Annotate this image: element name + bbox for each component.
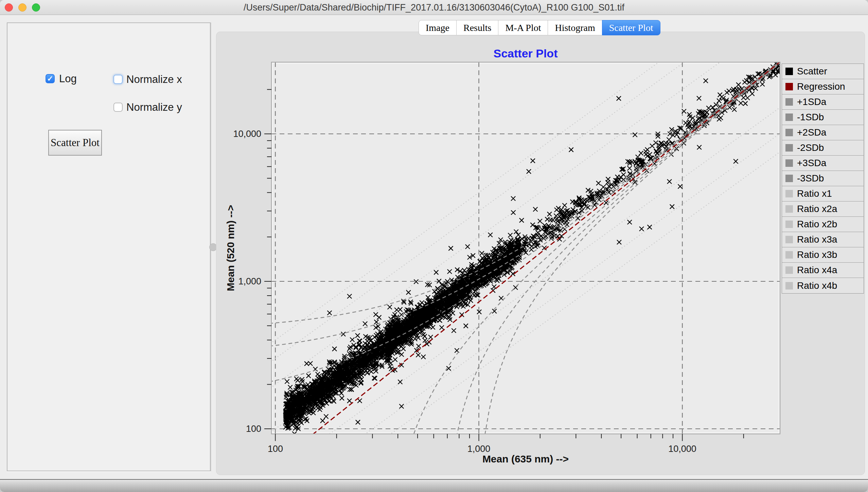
legend-swatch-icon	[785, 144, 793, 152]
plot-panel: Scatter Plot1001,00010,0001001,00010,000…	[216, 32, 865, 475]
legend-swatch-icon	[785, 205, 793, 213]
legend-item-ratio-x2b[interactable]: Ratio x2b	[782, 217, 864, 232]
scatter-plot-chart: Scatter Plot1001,00010,0001001,00010,000…	[216, 32, 865, 475]
legend-swatch-icon	[785, 113, 793, 121]
y-axis-tick-label: 10,000	[233, 129, 261, 139]
legend-item-label: Ratio x3a	[797, 234, 837, 245]
tab-histogram[interactable]: Histogram	[548, 20, 602, 35]
close-window-icon[interactable]	[5, 3, 13, 12]
minimize-window-icon[interactable]	[18, 3, 26, 12]
app-window: /Users/Super/Data/Shared/Biochip/TIFF_20…	[0, 0, 868, 492]
legend-item--2sda[interactable]: +2SDa	[782, 125, 864, 140]
x-axis-tick-label: 10,000	[668, 444, 696, 454]
zoom-window-icon[interactable]	[32, 3, 40, 12]
legend-item-label: +2SDa	[797, 127, 826, 138]
legend-swatch-icon	[785, 68, 793, 75]
normalize-y-checkbox[interactable]: ✓	[113, 103, 123, 112]
legend-item--3sdb[interactable]: -3SDb	[782, 171, 864, 186]
legend-item-label: -1SDb	[797, 112, 824, 123]
normalize-x-checkbox[interactable]: ✓	[113, 75, 123, 84]
checkmark-icon: ✓	[46, 74, 54, 83]
x-axis-title: Mean (635 nm) -->	[482, 453, 569, 464]
legend-swatch-icon	[785, 236, 793, 243]
legend-item-label: Ratio x2b	[797, 219, 837, 230]
legend-swatch-icon	[785, 266, 793, 274]
legend-item-ratio-x1[interactable]: Ratio x1	[782, 186, 864, 201]
legend-item-label: Ratio x4b	[797, 280, 837, 291]
log-checkbox[interactable]: ✓	[46, 74, 55, 83]
y-axis-tick-label: 100	[246, 424, 261, 434]
chart-title: Scatter Plot	[494, 47, 558, 60]
x-axis-tick-label: 100	[268, 444, 283, 454]
normalize-y-checkbox-label: Normalize y	[126, 101, 182, 113]
legend-item-label: Regression	[797, 81, 845, 92]
legend-item-label: Ratio x1	[797, 188, 832, 199]
legend-swatch-icon	[785, 251, 793, 259]
legend-item-label: Ratio x2a	[797, 204, 837, 214]
legend-item-label: Ratio x3b	[797, 249, 837, 260]
legend-swatch-icon	[785, 159, 793, 167]
legend-item-regression[interactable]: Regression	[782, 79, 864, 94]
legend-swatch-icon	[785, 282, 793, 289]
log-checkbox-label: Log	[59, 73, 77, 85]
legend-item--1sda[interactable]: +1SDa	[782, 94, 864, 110]
y-axis-title: Mean (520 nm) -->	[225, 205, 236, 291]
window-title: /Users/Super/Data/Shared/Biochip/TIFF_20…	[68, 0, 800, 15]
legend-item-label: +1SDa	[797, 96, 826, 107]
window-bottom-bar	[0, 479, 868, 492]
legend-item-ratio-x3a[interactable]: Ratio x3a	[782, 232, 864, 247]
legend-item-label: -3SDb	[797, 173, 824, 184]
legend-item-label: -2SDb	[797, 142, 824, 153]
legend-item-label: +3SDa	[797, 158, 826, 169]
legend-swatch-icon	[785, 221, 793, 228]
legend-item-ratio-x4b[interactable]: Ratio x4b	[782, 278, 864, 293]
scatter-plot-button[interactable]: Scatter Plot	[48, 130, 102, 156]
legend-swatch-icon	[785, 175, 793, 182]
view-tabs: Image Results M-A Plot Histogram Scatter…	[419, 20, 660, 35]
legend-item--2sdb[interactable]: -2SDb	[782, 140, 864, 156]
legend-swatch-icon	[785, 98, 793, 106]
tab-results[interactable]: Results	[456, 20, 498, 35]
normalize-x-checkbox-label: Normalize x	[126, 73, 182, 86]
legend-item--1sdb[interactable]: -1SDb	[782, 110, 864, 125]
legend-item-scatter[interactable]: Scatter	[782, 64, 864, 79]
legend-item-label: Scatter	[797, 66, 827, 77]
legend-item-label: Ratio x4a	[797, 265, 837, 276]
tab-ma-plot[interactable]: M-A Plot	[498, 20, 548, 35]
window-titlebar: /Users/Super/Data/Shared/Biochip/TIFF_20…	[0, 0, 868, 15]
chart-legend: ScatterRegression+1SDa-1SDb+2SDa-2SDb+3S…	[782, 64, 864, 294]
legend-swatch-icon	[785, 190, 793, 197]
x-axis-tick-label: 1,000	[467, 444, 491, 454]
y-axis-tick-label: 1,000	[238, 276, 261, 286]
legend-item-ratio-x3b[interactable]: Ratio x3b	[782, 247, 864, 263]
legend-item-ratio-x4a[interactable]: Ratio x4a	[782, 263, 864, 278]
tab-image[interactable]: Image	[419, 20, 457, 35]
tab-scatter-plot[interactable]: Scatter Plot	[602, 20, 660, 35]
legend-item--3sda[interactable]: +3SDa	[782, 156, 864, 171]
legend-item-ratio-x2a[interactable]: Ratio x2a	[782, 201, 864, 217]
legend-swatch-icon	[785, 129, 793, 136]
legend-swatch-icon	[785, 83, 793, 90]
controls-panel: ✓ Log ✓ Normalize x ✓ Normalize y Scatte…	[7, 22, 211, 471]
